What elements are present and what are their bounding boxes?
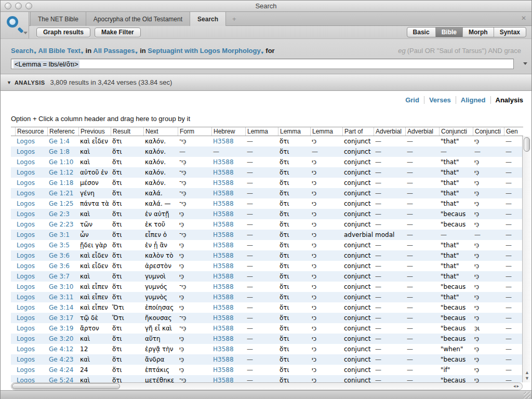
cell-reference[interactable]: Ge 3:19 bbox=[47, 323, 78, 334]
cell-reference[interactable]: Ge 4:23 bbox=[47, 354, 78, 365]
column-header-conjunction-2[interactable]: Conjuncti bbox=[473, 127, 504, 136]
cell-resource[interactable]: Logos bbox=[15, 261, 47, 271]
cell-resource[interactable]: Logos bbox=[15, 334, 47, 344]
table-row[interactable]: LogosGe 1:10καὶὅτικαλόν.כִּי־H3588—ὅτιכי… bbox=[11, 157, 523, 167]
cell-hebrew[interactable]: H3588 bbox=[211, 344, 245, 354]
column-header-lemma-2[interactable]: Lemma bbox=[278, 127, 310, 136]
scope-passages-link[interactable]: All Passages bbox=[93, 47, 135, 55]
cell-resource[interactable]: Logos bbox=[15, 178, 47, 188]
column-header-next[interactable]: Next bbox=[143, 127, 178, 136]
cell-reference[interactable]: Ge 3:20 bbox=[47, 334, 78, 344]
cell-resource[interactable]: Logos bbox=[15, 282, 47, 292]
cell-hebrew[interactable]: H3588 bbox=[211, 292, 245, 302]
new-tab-button[interactable]: + bbox=[226, 12, 243, 26]
cell-hebrew[interactable]: H3588 bbox=[211, 167, 245, 178]
column-header-lemma-1[interactable]: Lemma bbox=[245, 127, 278, 136]
cell-hebrew[interactable]: H3588 bbox=[211, 178, 245, 188]
cell-resource[interactable]: Logos bbox=[15, 240, 47, 250]
table-row[interactable]: LogosGe 4:1212ὅτιἐργᾷ τὴνכִּיH3588—ὅτιכי… bbox=[11, 344, 523, 354]
table-row[interactable]: LogosGe 3:14καὶ εἶπενὍτιἐποίησαςכִּיH358… bbox=[11, 302, 523, 313]
cell-reference[interactable]: Ge 2:3 bbox=[47, 209, 78, 219]
cell-resource[interactable]: Logos bbox=[15, 323, 47, 334]
cell-reference[interactable]: Ge 1:18 bbox=[47, 178, 78, 188]
minimize-button[interactable] bbox=[15, 3, 22, 9]
column-header-adverbial-1[interactable]: Adverbial bbox=[374, 127, 405, 136]
tab-the-net-bible[interactable]: The NET Bible bbox=[30, 12, 86, 26]
table-row[interactable]: LogosGe 3:6καὶ εἶδενὅτικαλὸν τὸכִּיH3588… bbox=[11, 250, 523, 261]
cell-reference[interactable]: Ge 4:12 bbox=[47, 344, 78, 354]
cell-hebrew[interactable]: H3588 bbox=[211, 240, 245, 250]
cell-reference[interactable]: Ge 3:6 bbox=[47, 261, 78, 271]
zoom-button[interactable] bbox=[25, 3, 32, 9]
table-row[interactable]: LogosGe 3:5ᾔδει γὰρὅτιἐν ᾗ ἂνכִּיH3588—ὅ… bbox=[11, 240, 523, 250]
table-row[interactable]: LogosGe 3:6καὶ εἶδενὅτιἀρεστὸνכִּיH3588—… bbox=[11, 261, 523, 271]
cell-resource[interactable]: Logos bbox=[15, 271, 47, 282]
column-header-lemma-3[interactable]: Lemma bbox=[310, 127, 342, 136]
view-grid[interactable]: Grid bbox=[401, 96, 424, 104]
column-header-hebrew[interactable]: Hebrew bbox=[211, 127, 245, 136]
cell-hebrew[interactable]: H3588 bbox=[211, 282, 245, 292]
cell-hebrew[interactable]: H3588 bbox=[211, 334, 245, 344]
close-tab-icon[interactable]: ✕ bbox=[521, 15, 526, 22]
vertical-scrollbar[interactable]: ▲ ▼ bbox=[522, 136, 531, 382]
cell-resource[interactable]: Logos bbox=[15, 230, 47, 240]
cell-reference[interactable]: Ge 3:14 bbox=[47, 302, 78, 313]
cell-hebrew[interactable]: H3588 bbox=[211, 323, 245, 334]
scope-resource-link[interactable]: Septuagint with Logos Morphology bbox=[148, 47, 260, 55]
table-row[interactable]: LogosGe 1:21γένηὅτικαλά.כִּי־H3588—ὅτιכי… bbox=[11, 188, 523, 198]
cell-resource[interactable]: Logos bbox=[15, 354, 47, 365]
cell-hebrew[interactable]: H3588 bbox=[211, 188, 245, 198]
column-header-gender[interactable]: Gen bbox=[504, 127, 523, 136]
cell-resource[interactable]: Logos bbox=[15, 365, 47, 375]
cell-hebrew[interactable]: H3588 bbox=[211, 302, 245, 313]
tab-apocrypha[interactable]: Apocrypha of the Old Testament bbox=[86, 12, 190, 26]
view-aligned[interactable]: Aligned bbox=[456, 96, 491, 104]
cell-reference[interactable]: Ge 1:8 bbox=[47, 147, 78, 157]
column-header-adverbial-2[interactable]: Adverbial bbox=[405, 127, 439, 136]
table-row[interactable]: LogosGe 1:8καὶὅτικαλόν.———ὅτι—conjunct——… bbox=[11, 147, 523, 157]
cell-reference[interactable]: Ge 3:1 bbox=[47, 230, 78, 240]
mode-morph[interactable]: Morph bbox=[463, 28, 494, 37]
mode-syntax[interactable]: Syntax bbox=[494, 28, 526, 37]
cell-resource[interactable]: Logos bbox=[15, 250, 47, 261]
cell-reference[interactable]: Ge 3:6 bbox=[47, 250, 78, 261]
column-header-form[interactable]: Form bbox=[178, 127, 211, 136]
cell-resource[interactable]: Logos bbox=[15, 209, 47, 219]
mode-bible[interactable]: Bible bbox=[436, 28, 463, 37]
cell-resource[interactable]: Logos bbox=[15, 147, 47, 157]
cell-hebrew[interactable]: H3588 bbox=[211, 261, 245, 271]
table-row[interactable]: LogosGe 4:23καὶὅτιἄνδραכִּיH3588—ὅτιכיco… bbox=[11, 354, 523, 365]
cell-reference[interactable]: Ge 1:4 bbox=[47, 136, 78, 147]
table-row[interactable]: LogosGe 3:19ἄρτονὅτιγῆ εἶ καὶכִּי־H3588—… bbox=[11, 323, 523, 334]
graph-results-button[interactable]: Graph results bbox=[36, 28, 90, 37]
cell-hebrew[interactable]: H3588 bbox=[211, 354, 245, 365]
table-row[interactable]: LogosGe 1:18μέσονὅτικαλόν.כִּי־H3588—ὅτι… bbox=[11, 178, 523, 188]
cell-hebrew[interactable]: H3588 bbox=[211, 271, 245, 282]
collapse-triangle-icon[interactable]: ▼ bbox=[7, 80, 11, 85]
scope-fields-link[interactable]: All Bible Text bbox=[38, 47, 81, 55]
column-header-previous[interactable]: Previous bbox=[78, 127, 111, 136]
table-row[interactable]: LogosGe 2:3καὶὅτιἐν αὐτῇכִּיH3588—ὅτιכיc… bbox=[11, 209, 523, 219]
mode-basic[interactable]: Basic bbox=[407, 28, 436, 37]
search-history-dropdown-icon[interactable] bbox=[523, 62, 527, 65]
table-row[interactable]: LogosGe 3:11καὶ εἶπενὅτιγυμνὸςכִּיH3588—… bbox=[11, 292, 523, 302]
scroll-right-icon[interactable]: ▸ bbox=[516, 383, 520, 389]
tab-search[interactable]: Search bbox=[190, 12, 226, 26]
column-header-resource[interactable]: Resource bbox=[15, 127, 47, 136]
cell-resource[interactable]: Logos bbox=[15, 167, 47, 178]
cell-hebrew[interactable]: H3588 bbox=[211, 375, 245, 382]
table-row[interactable]: LogosGe 1:25πάντα τὰὅτικαλά. —כִּי־H3588… bbox=[11, 198, 523, 209]
cell-hebrew[interactable]: H3588 bbox=[211, 136, 245, 147]
cell-resource[interactable]: Logos bbox=[15, 157, 47, 167]
view-verses[interactable]: Verses bbox=[424, 96, 456, 104]
column-header-reference[interactable]: Referenc bbox=[47, 127, 78, 136]
horizontal-scrollbar[interactable]: ◂▸ bbox=[11, 382, 523, 390]
table-row[interactable]: LogosGe 4:2424ὅτιἑπτάκιςכִּיH3588—ὅτιכיc… bbox=[11, 365, 523, 375]
cell-reference[interactable]: Ge 3:10 bbox=[47, 282, 78, 292]
table-row[interactable]: LogosGe 1:4καὶ εἶδενὅτικαλόν.כִּי־H3588—… bbox=[11, 136, 523, 147]
cell-reference[interactable]: Ge 3:17 bbox=[47, 313, 78, 323]
cell-hebrew[interactable]: H3588 bbox=[211, 219, 245, 230]
cell-hebrew[interactable]: H3588 bbox=[211, 313, 245, 323]
cell-hebrew[interactable]: H3588 bbox=[211, 250, 245, 261]
search-input[interactable]: <Lemma = lbs/el/ὅτι> bbox=[11, 59, 514, 69]
